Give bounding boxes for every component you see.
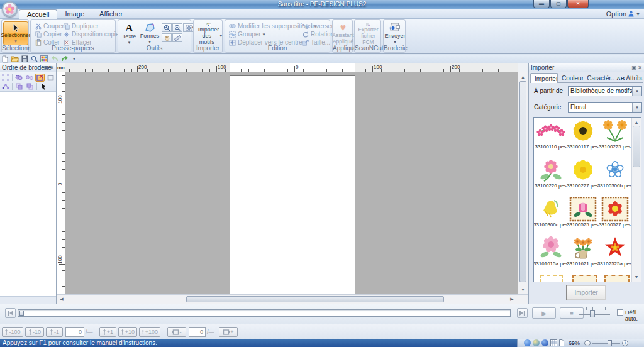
pattern-item[interactable]: 33101615a.pes bbox=[535, 236, 567, 273]
undo-icon[interactable] bbox=[50, 56, 58, 62]
pattern-thumbnail[interactable] bbox=[536, 236, 565, 261]
pattern-item[interactable]: 33100306c.pes bbox=[535, 197, 567, 234]
pattern-thumbnail[interactable] bbox=[601, 158, 630, 183]
pattern-item[interactable]: 33100227.pes bbox=[567, 158, 599, 196]
close-panel-icon[interactable]: ✕ bbox=[50, 65, 54, 70]
auto-scroll-checkbox[interactable] bbox=[617, 309, 623, 316]
import-button[interactable]: Importer bbox=[566, 285, 606, 300]
stitch-progress-slider[interactable] bbox=[18, 309, 511, 317]
pattern-item[interactable]: 33100306b.pes bbox=[599, 158, 631, 196]
pattern-thumbnail[interactable] bbox=[536, 119, 565, 144]
stitch-number-field[interactable]: 0 bbox=[65, 327, 84, 337]
pin-icon[interactable]: ▣ bbox=[43, 65, 48, 70]
color-next-button[interactable]: + bbox=[219, 327, 238, 337]
view-stitch-icon[interactable] bbox=[533, 339, 540, 346]
order-front-button[interactable] bbox=[25, 82, 35, 91]
color-previous-button[interactable]: - bbox=[167, 327, 186, 337]
copy-button[interactable]: Copier bbox=[35, 31, 62, 38]
zoom-out-button[interactable]: − bbox=[584, 340, 591, 346]
tab-couleur[interactable]: Couleur bbox=[558, 73, 583, 83]
horizontal-scrollbar[interactable]: ◀ ▶ bbox=[57, 294, 528, 304]
toolbar-more-icon[interactable]: ▾ bbox=[73, 57, 75, 62]
sewing-order-list[interactable] bbox=[0, 92, 56, 297]
combo-arrow-icon[interactable]: ▼ bbox=[632, 103, 641, 112]
pattern-item[interactable]: 33100527.pes bbox=[599, 197, 631, 234]
pattern-item[interactable]: 33100226.pes bbox=[535, 158, 567, 196]
from-select[interactable]: Bibliothèque de motifs ▼ bbox=[568, 86, 642, 96]
view-realistic-icon[interactable] bbox=[541, 339, 548, 346]
import-patterns-button[interactable]: Importer des motifs▾ bbox=[195, 21, 222, 45]
select-frame-button[interactable] bbox=[1, 74, 10, 82]
stitch-minus-100-button[interactable]: -100 bbox=[2, 327, 23, 337]
open-folder-icon[interactable] bbox=[11, 55, 19, 62]
pin-icon[interactable]: ▣ bbox=[631, 65, 636, 70]
duplicate-button[interactable]: Dupliquer bbox=[64, 23, 99, 30]
pattern-item[interactable]: 33100225.pes bbox=[599, 119, 631, 157]
color-number-field[interactable]: 0 bbox=[189, 327, 206, 337]
vertical-scrollbar[interactable]: ▲ ▼ bbox=[518, 72, 528, 294]
tab-caracteristiques[interactable]: Caractér... bbox=[583, 73, 614, 83]
cut-button[interactable]: Couper bbox=[35, 23, 64, 30]
tab-importer[interactable]: Importer bbox=[530, 73, 558, 83]
zoom-slider-handle[interactable] bbox=[608, 340, 612, 346]
pattern-list-scrollbar[interactable]: ▲ ▼ bbox=[631, 118, 641, 282]
go-to-start-button[interactable] bbox=[5, 308, 16, 318]
pattern-item[interactable]: 33102525a.pes bbox=[599, 236, 631, 273]
combo-arrow-icon[interactable]: ▼ bbox=[632, 87, 641, 96]
stitch-minus-10-button[interactable]: -10 bbox=[25, 327, 44, 337]
play-button[interactable]: ▶ bbox=[532, 307, 556, 319]
view-solid-icon[interactable] bbox=[524, 339, 531, 346]
stitch-minus-1-button[interactable]: -1 bbox=[46, 327, 63, 337]
text-tool-button[interactable]: A Texte▾ bbox=[120, 21, 138, 45]
design-page[interactable] bbox=[230, 75, 355, 294]
sew-order-button[interactable] bbox=[1, 82, 10, 91]
pattern-item[interactable]: 33101621.pes bbox=[567, 236, 599, 273]
order-cursor-button[interactable] bbox=[39, 82, 48, 91]
minimize-button[interactable]: ▬ bbox=[533, 0, 550, 8]
design-settings-icon[interactable] bbox=[40, 55, 48, 62]
applique-wizard-button[interactable]: ♥ AssistantAppliqué bbox=[333, 21, 353, 45]
close-button[interactable]: ✕ bbox=[567, 0, 589, 8]
pattern-thumbnail[interactable] bbox=[569, 158, 597, 183]
category-select[interactable]: Floral ▼ bbox=[568, 102, 642, 113]
tab-attributs[interactable]: AB Attribut... bbox=[614, 73, 643, 83]
pattern-thumbnail[interactable] bbox=[601, 236, 630, 261]
design-property-icon[interactable] bbox=[559, 339, 564, 346]
maximize-button[interactable]: ▢ bbox=[550, 0, 567, 8]
stitch-plus-10-button[interactable]: +10 bbox=[118, 327, 137, 337]
redo-icon[interactable] bbox=[61, 56, 69, 62]
close-panel-icon[interactable]: ✕ bbox=[638, 65, 642, 70]
pan-hand-button[interactable] bbox=[162, 33, 172, 42]
pattern-thumbnail[interactable] bbox=[601, 197, 630, 222]
ungroup-order-button[interactable] bbox=[25, 74, 35, 82]
design-workspace[interactable] bbox=[65, 72, 518, 294]
pattern-item[interactable]: 33100525.pes bbox=[567, 197, 599, 234]
pattern-thumbnail[interactable] bbox=[569, 119, 597, 144]
pattern-item[interactable]: 33100110.pes bbox=[535, 119, 567, 157]
stitch-plus-100-button[interactable]: +100 bbox=[139, 327, 160, 337]
tab-accueil[interactable]: Accueil bbox=[19, 9, 57, 19]
pattern-thumbnail[interactable] bbox=[536, 197, 565, 222]
pattern-partial[interactable] bbox=[539, 275, 564, 282]
application-menu-button[interactable] bbox=[2, 1, 18, 17]
pattern-item[interactable]: 33100117.pes bbox=[567, 119, 599, 157]
group-objects-button[interactable]: Grouper▾ bbox=[229, 31, 265, 38]
pattern-partial[interactable] bbox=[571, 275, 600, 282]
measure-button[interactable] bbox=[172, 33, 182, 42]
pattern-thumbnail[interactable] bbox=[536, 158, 565, 183]
order-back-button[interactable] bbox=[14, 82, 24, 91]
tab-image[interactable]: Image bbox=[57, 9, 92, 19]
shapes-tool-button[interactable]: Formes▾ bbox=[140, 21, 160, 45]
save-icon[interactable] bbox=[21, 55, 28, 62]
tab-afficher[interactable]: Afficher bbox=[92, 9, 130, 19]
zoom-out-button[interactable] bbox=[172, 23, 182, 32]
grid-toggle-icon[interactable] bbox=[550, 339, 557, 346]
pattern-thumbnail[interactable] bbox=[569, 236, 597, 261]
zoom-in-button[interactable]: + bbox=[622, 340, 628, 346]
zoom-icon[interactable] bbox=[31, 55, 38, 62]
stitch-slider-handle[interactable] bbox=[19, 311, 24, 316]
pattern-thumbnail[interactable] bbox=[569, 197, 597, 222]
stitch-plus-1-button[interactable]: +1 bbox=[99, 327, 116, 337]
go-to-end-button[interactable] bbox=[517, 308, 528, 318]
zoom-slider[interactable] bbox=[592, 343, 620, 344]
